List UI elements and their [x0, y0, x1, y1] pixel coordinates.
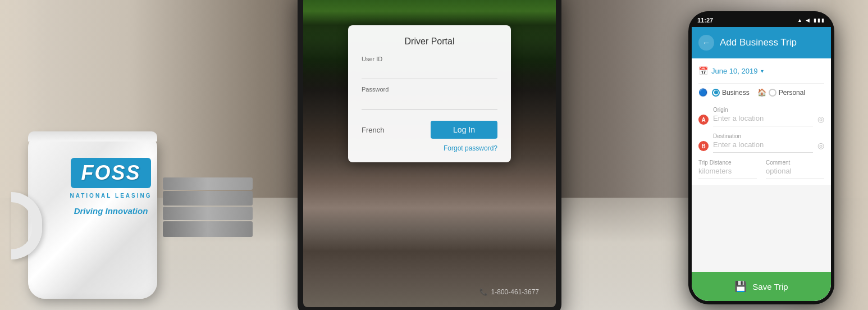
- phone: 11:27 ▲ ◀ ▮▮▮ ← Add Business Trip 📅 June…: [688, 11, 834, 304]
- tablet-device: Driver Portal User ID Password French Lo…: [298, 0, 561, 310]
- login-title: Driver Portal: [362, 37, 497, 47]
- user-id-label: User ID: [362, 56, 497, 62]
- app-header: ← Add Business Trip: [692, 27, 831, 58]
- origin-marker: A: [698, 115, 709, 125]
- comment-field[interactable]: Comment optional: [766, 159, 824, 179]
- business-label: Business: [722, 89, 750, 97]
- foss-logo: FOSS: [71, 158, 150, 188]
- date-row[interactable]: 📅 June 10, 2019 ▾: [698, 64, 824, 78]
- phone-time: 11:27: [697, 17, 713, 24]
- save-icon: 💾: [734, 280, 747, 293]
- app-title: Add Business Trip: [720, 37, 824, 48]
- origin-gps-icon[interactable]: ◎: [817, 115, 824, 124]
- mug: FOSS NATIONAL LEASING Driving Innovation: [11, 108, 180, 299]
- business-radio-option[interactable]: Business: [712, 89, 750, 97]
- mug-body: FOSS NATIONAL LEASING Driving Innovation: [28, 136, 157, 299]
- date-dropdown-icon: ▾: [761, 68, 764, 74]
- foss-subtitle: NATIONAL LEASING: [70, 193, 152, 199]
- tablet-phone-number: 📞 1-800-461-3677: [479, 288, 539, 296]
- comment-label: Comment: [766, 159, 824, 166]
- origin-field: A Origin Enter a location ◎: [698, 107, 824, 126]
- phone-screen: ← Add Business Trip 📅 June 10, 2019 ▾ 🔵: [692, 27, 831, 301]
- login-actions-row: French Log In: [362, 121, 497, 139]
- save-bar[interactable]: 💾 Save Trip: [692, 272, 831, 301]
- trip-type-row: 🔵 Business 🏠 Personal: [698, 86, 824, 99]
- forgot-password-link[interactable]: Forgot password?: [362, 144, 497, 152]
- trip-distance-field[interactable]: Trip Distance kilometers: [698, 159, 757, 179]
- back-button[interactable]: ←: [698, 35, 714, 51]
- trip-distance-label: Trip Distance: [698, 159, 757, 166]
- book-4: [163, 221, 253, 237]
- destination-placeholder: Enter a location: [713, 139, 813, 150]
- comment-placeholder: optional: [766, 166, 824, 176]
- divider-1: [698, 83, 824, 84]
- radio-group: Business 🏠 Personal: [712, 88, 805, 97]
- mug-rim: [28, 131, 157, 142]
- personal-radio-dot: [769, 89, 776, 97]
- books-stack: [157, 177, 258, 237]
- tablet-screen: Driver Portal User ID Password French Lo…: [303, 0, 556, 307]
- login-button[interactable]: Log In: [431, 121, 497, 139]
- password-label: Password: [362, 86, 497, 93]
- personal-label: Personal: [779, 89, 805, 97]
- back-arrow-icon: ←: [702, 38, 710, 47]
- trip-distance-value: kilometers: [698, 166, 757, 176]
- login-card: Driver Portal User ID Password French Lo…: [348, 25, 511, 162]
- phone-signal-icons: ▲ ◀ ▮▮▮: [797, 17, 825, 23]
- personal-radio-option[interactable]: 🏠 Personal: [757, 88, 805, 97]
- foss-tagline: Driving Innovation: [74, 206, 148, 216]
- phone-device: 11:27 ▲ ◀ ▮▮▮ ← Add Business Trip 📅 June…: [688, 11, 834, 304]
- password-input[interactable]: [362, 94, 497, 110]
- language-button[interactable]: French: [362, 126, 384, 134]
- extra-fields-row: Trip Distance kilometers Comment optiona…: [698, 159, 824, 179]
- mug-logo-area: FOSS NATIONAL LEASING Driving Innovation: [59, 147, 163, 226]
- book-2: [163, 191, 253, 206]
- business-radio-dot: [712, 89, 720, 97]
- destination-field: B Destination Enter a location ◎: [698, 133, 824, 153]
- trip-type-icon: 🔵: [698, 88, 707, 97]
- user-id-input[interactable]: [362, 63, 497, 79]
- destination-gps-icon[interactable]: ◎: [817, 141, 824, 150]
- origin-input-group[interactable]: Origin Enter a location: [713, 107, 813, 126]
- origin-label: Origin: [713, 107, 813, 113]
- phone-number-text: 1-800-461-3677: [491, 288, 539, 296]
- origin-placeholder: Enter a location: [713, 113, 813, 124]
- book-3: [163, 207, 253, 220]
- home-icon: 🏠: [757, 88, 766, 97]
- phone-status-bar: 11:27 ▲ ◀ ▮▮▮: [688, 11, 834, 27]
- calendar-icon: 📅: [698, 66, 708, 75]
- app-form-content: 📅 June 10, 2019 ▾ 🔵 Business 🏠: [692, 58, 831, 185]
- save-button-label: Save Trip: [752, 282, 788, 291]
- date-value: June 10, 2019: [711, 67, 757, 75]
- destination-marker: B: [698, 141, 709, 151]
- book-1: [163, 177, 253, 190]
- destination-label: Destination: [713, 133, 813, 139]
- phone-icon: 📞: [479, 288, 488, 296]
- destination-input-group[interactable]: Destination Enter a location: [713, 133, 813, 153]
- tablet: Driver Portal User ID Password French Lo…: [269, 0, 595, 310]
